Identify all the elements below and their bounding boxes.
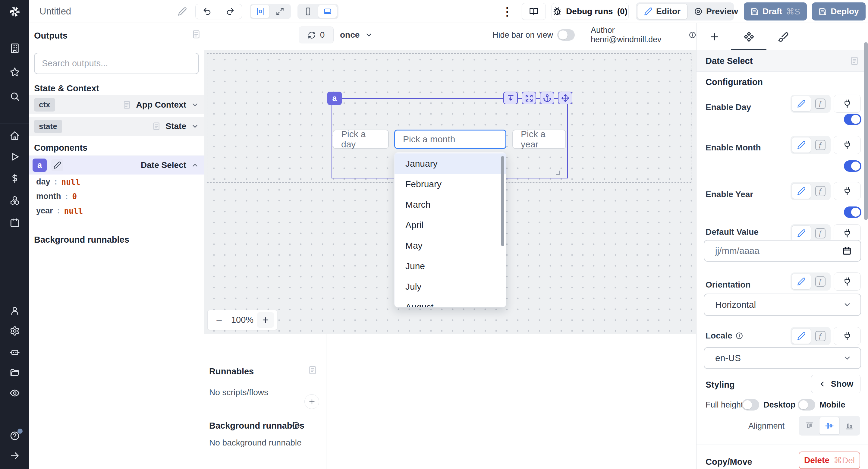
align-top-button[interactable] — [800, 417, 819, 435]
component-a-row[interactable]: a Date Select — [29, 156, 204, 175]
connect-plug-button[interactable] — [834, 327, 861, 345]
orientation-select[interactable]: Horizontal — [704, 293, 861, 316]
tab-add-component[interactable] — [708, 30, 721, 43]
connect-plug-button[interactable] — [834, 95, 861, 113]
state-row[interactable]: state State — [29, 117, 204, 136]
enable-month-toggle[interactable] — [844, 160, 861, 172]
zoom-out-button[interactable]: − — [211, 312, 227, 327]
pick-month-input[interactable]: Pick a month — [394, 130, 506, 149]
home-icon[interactable] — [10, 130, 20, 141]
run-mode-dropdown[interactable]: once — [340, 27, 373, 43]
function-mode-button[interactable]: ƒ — [811, 186, 830, 196]
search-outputs-input[interactable] — [35, 53, 198, 73]
search-icon[interactable] — [10, 91, 20, 101]
function-mode-button[interactable]: ƒ — [811, 331, 830, 341]
deploy-button[interactable]: Deploy — [812, 2, 866, 21]
resources-boxes-icon[interactable] — [10, 195, 20, 206]
ctx-row[interactable]: ctx App Context — [29, 95, 204, 114]
eye-icon[interactable] — [10, 388, 20, 398]
user-icon[interactable] — [10, 306, 20, 316]
folders-icon[interactable] — [10, 368, 20, 378]
static-pencil-button[interactable] — [792, 96, 811, 112]
dropdown-item-august[interactable]: August — [395, 297, 506, 307]
static-pencil-button[interactable] — [792, 183, 811, 199]
info-icon[interactable] — [735, 332, 743, 340]
more-menu-kebab-icon[interactable]: ⋮ — [501, 4, 513, 19]
move-handle[interactable] — [558, 92, 572, 104]
static-pencil-button[interactable] — [792, 225, 811, 241]
function-mode-button[interactable]: ƒ — [811, 276, 830, 287]
styling-show-button[interactable]: Show — [811, 375, 861, 393]
connect-plug-button[interactable] — [834, 273, 861, 290]
dropdown-item-april[interactable]: April — [395, 215, 506, 236]
align-center-button[interactable] — [819, 417, 839, 435]
schedules-calendar-icon[interactable] — [10, 218, 20, 228]
fullscreen-layout-button[interactable] — [270, 5, 289, 18]
dropdown-item-july[interactable]: July — [395, 276, 506, 297]
collapse-arrow-icon[interactable] — [10, 450, 20, 461]
ai-bot-icon[interactable] — [10, 347, 20, 357]
anchor-handle[interactable] — [540, 92, 554, 104]
runs-play-icon[interactable] — [10, 152, 20, 162]
static-pencil-button[interactable] — [792, 274, 811, 289]
maximize-handle[interactable] — [522, 92, 536, 104]
outputs-doc-icon[interactable] — [191, 30, 201, 39]
connect-plug-button[interactable] — [834, 182, 861, 200]
refresh-count-button[interactable]: 0 — [299, 27, 334, 43]
chevron-down-icon[interactable] — [191, 122, 199, 130]
centered-layout-button[interactable] — [251, 5, 270, 18]
calendar-icon[interactable] — [842, 246, 851, 255]
delete-component-button[interactable]: Delete ⌘Del — [799, 451, 860, 469]
resize-corner-handle[interactable] — [556, 170, 560, 175]
draft-button[interactable]: Draft ⌘S — [744, 2, 807, 21]
locale-select[interactable]: en-US — [704, 347, 861, 369]
workspace-icon[interactable] — [10, 43, 20, 53]
enable-day-toggle[interactable] — [844, 114, 861, 125]
connect-plug-button[interactable] — [834, 136, 861, 154]
function-mode-button[interactable]: ƒ — [811, 99, 830, 109]
mobile-view-button[interactable] — [299, 5, 317, 18]
dropdown-item-march[interactable]: March — [395, 194, 506, 215]
dropdown-item-june[interactable]: June — [395, 256, 506, 276]
tab-styling-brush[interactable] — [777, 30, 790, 43]
variables-dollar-icon[interactable] — [10, 173, 20, 184]
enable-year-toggle[interactable] — [844, 207, 861, 218]
add-background-runnable-button[interactable] — [304, 394, 319, 409]
function-mode-button[interactable]: ƒ — [811, 228, 830, 239]
full-height-toggle[interactable] — [742, 399, 759, 410]
info-icon[interactable] — [292, 421, 300, 430]
align-bottom-button[interactable] — [840, 417, 859, 435]
info-icon[interactable] — [689, 31, 696, 39]
undo-button[interactable] — [195, 4, 219, 19]
favorites-star-icon[interactable] — [10, 67, 20, 77]
panel-scrollbar[interactable] — [864, 42, 868, 220]
zoom-in-button[interactable]: + — [257, 312, 274, 327]
settings-gear-icon[interactable] — [10, 326, 20, 336]
chevron-up-icon[interactable] — [191, 161, 199, 169]
expand-down-handle[interactable] — [503, 92, 518, 104]
tab-component-settings[interactable] — [742, 30, 755, 43]
dropdown-item-february[interactable]: February — [395, 174, 506, 194]
dropdown-item-may[interactable]: May — [395, 236, 506, 256]
dropdown-scrollbar[interactable] — [501, 156, 504, 246]
tab-editor[interactable]: Editor — [637, 4, 687, 19]
tab-preview[interactable]: Preview — [687, 4, 745, 19]
static-pencil-button[interactable] — [792, 328, 811, 344]
hide-bar-toggle[interactable] — [557, 29, 575, 41]
app-canvas[interactable]: a Pick a day Pick a month Pick a year Ja… — [204, 50, 696, 334]
chevron-down-icon[interactable] — [191, 101, 199, 109]
redo-button[interactable] — [219, 4, 242, 19]
static-pencil-button[interactable] — [792, 137, 811, 153]
function-mode-button[interactable]: ƒ — [811, 140, 830, 150]
edit-title-pencil-icon[interactable] — [178, 7, 187, 16]
dropdown-item-january[interactable]: January — [395, 153, 506, 174]
runnables-doc-icon[interactable] — [308, 365, 317, 375]
pick-year-input[interactable]: Pick a year — [513, 130, 566, 149]
desktop-view-button[interactable] — [318, 5, 337, 18]
rename-pencil-icon[interactable] — [51, 159, 63, 171]
docs-book-button[interactable] — [522, 3, 546, 20]
pick-day-input[interactable]: Pick a day — [333, 130, 389, 149]
desktop-mobile-toggle[interactable] — [798, 399, 815, 410]
connect-plug-button[interactable] — [834, 224, 861, 242]
default-value-date-input[interactable]: jj/mm/aaaa — [704, 240, 861, 262]
